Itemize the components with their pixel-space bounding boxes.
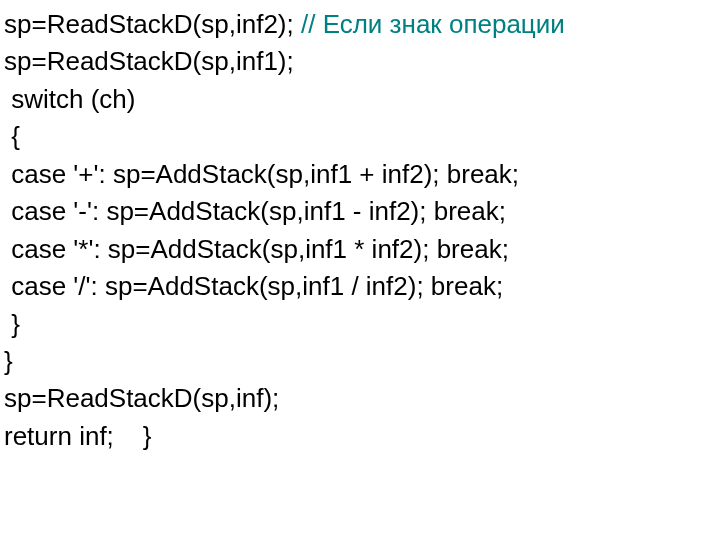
- code-line: case '-': sp=AddStack(sp,inf1 - inf2); b…: [4, 193, 720, 230]
- code-block: sp=ReadStackD(sp,inf2); // Если знак опе…: [0, 0, 720, 455]
- code-line: {: [4, 118, 720, 155]
- code-line: case '/': sp=AddStack(sp,inf1 / inf2); b…: [4, 268, 720, 305]
- code-line: case '*': sp=AddStack(sp,inf1 * inf2); b…: [4, 231, 720, 268]
- code-text: sp=ReadStackD(sp,inf2);: [4, 9, 301, 39]
- code-line: sp=ReadStackD(sp,inf);: [4, 380, 720, 417]
- code-line: sp=ReadStackD(sp,inf1);: [4, 43, 720, 80]
- code-comment: // Если знак операции: [301, 9, 565, 39]
- code-line: }: [4, 306, 720, 343]
- code-line: case '+': sp=AddStack(sp,inf1 + inf2); b…: [4, 156, 720, 193]
- code-line: sp=ReadStackD(sp,inf2); // Если знак опе…: [4, 6, 720, 43]
- code-line: return inf; }: [4, 418, 720, 455]
- code-line: switch (ch): [4, 81, 720, 118]
- code-line: }: [4, 343, 720, 380]
